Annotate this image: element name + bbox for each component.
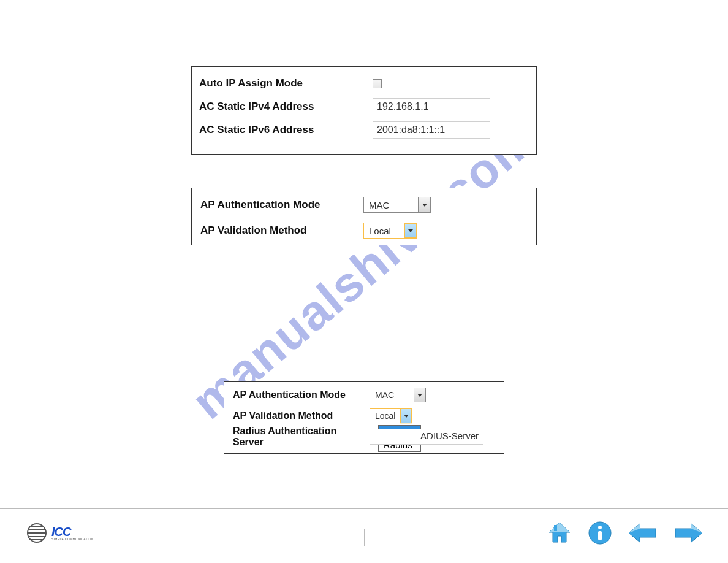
next-icon[interactable] <box>673 521 703 545</box>
validation-method-select[interactable]: Local <box>363 223 417 239</box>
auth-mode-label: AP Authentication Mode <box>224 389 370 400</box>
brand-logo: ICC SIMPLE COMMUNICATION <box>27 523 94 543</box>
auth-mode-label: AP Authentication Mode <box>192 199 363 211</box>
radius-server-label: Radius Authentication Server <box>224 426 370 448</box>
auto-ip-checkbox[interactable] <box>373 79 382 88</box>
validation-method-label: AP Validation Method <box>192 224 363 237</box>
chevron-down-icon[interactable] <box>418 197 430 212</box>
svg-point-4 <box>598 526 602 529</box>
home-icon[interactable] <box>547 520 572 546</box>
auth-mode-value: MAC <box>370 388 414 402</box>
ip-config-panel: Auto IP Assign Mode AC Static IPv4 Addre… <box>191 66 537 155</box>
validation-method-value: Local <box>364 223 404 238</box>
info-icon[interactable] <box>587 520 613 546</box>
ap-auth-panel-expanded: AP Authentication Mode MAC AP Validation… <box>224 381 504 454</box>
chevron-down-icon[interactable] <box>414 388 426 402</box>
ipv6-address-input[interactable] <box>373 121 490 139</box>
validation-method-value: Local <box>370 409 400 423</box>
brand-subtitle: SIMPLE COMMUNICATION <box>51 538 94 541</box>
footer-bar: ICC SIMPLE COMMUNICATION <box>0 508 728 563</box>
svg-rect-1 <box>554 525 557 531</box>
ipv4-address-input[interactable] <box>373 98 490 115</box>
svg-rect-5 <box>598 531 602 540</box>
brand-name: ICC <box>51 526 94 538</box>
previous-icon[interactable] <box>628 521 658 545</box>
auth-mode-select[interactable]: MAC <box>370 388 426 402</box>
ap-auth-panel: AP Authentication Mode MAC AP Validation… <box>191 188 537 245</box>
globe-icon <box>27 523 47 543</box>
radius-server-visible-text: ADIUS-Server <box>420 431 479 441</box>
page-separator-icon <box>364 529 365 546</box>
ipv4-address-label: AC Static IPv4 Address <box>192 101 373 113</box>
auth-mode-value: MAC <box>364 197 418 212</box>
ipv6-address-label: AC Static IPv6 Address <box>192 124 373 136</box>
auto-ip-label: Auto IP Assign Mode <box>192 77 373 90</box>
chevron-down-icon[interactable] <box>400 408 412 423</box>
validation-method-label: AP Validation Method <box>224 410 370 421</box>
chevron-down-icon[interactable] <box>404 223 417 238</box>
validation-method-select[interactable]: Local <box>370 408 412 423</box>
auth-mode-select[interactable]: MAC <box>363 197 431 213</box>
